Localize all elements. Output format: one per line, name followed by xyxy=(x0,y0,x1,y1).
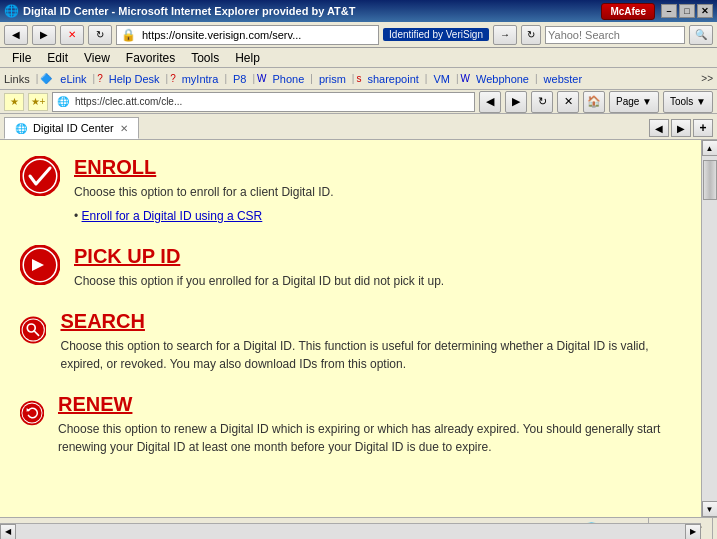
enroll-text: ENROLL Choose this option to enroll for … xyxy=(74,156,333,225)
title-bar-left: 🌐 Digital ID Center - Microsoft Internet… xyxy=(4,4,355,18)
links-overflow[interactable]: >> xyxy=(701,73,713,84)
fav-add-button[interactable]: ★+ xyxy=(28,93,48,111)
link-sharepoint[interactable]: sharepoint xyxy=(363,73,422,85)
tab-scroll-right[interactable]: ▶ xyxy=(671,119,691,137)
nav-home-btn[interactable]: 🏠 xyxy=(583,91,605,113)
address-bar: ◀ ▶ ✕ ↻ 🔒 Identified by VeriSign → ↻ 🔍 xyxy=(0,22,717,48)
menu-edit[interactable]: Edit xyxy=(39,48,76,67)
enroll-section: ENROLL Choose this option to enroll for … xyxy=(20,156,681,225)
hscroll-track[interactable] xyxy=(16,524,685,540)
tab-bar: 🌐 Digital ID Center ✕ ◀ ▶ + xyxy=(0,114,717,140)
refresh-btn2[interactable]: ↻ xyxy=(521,25,541,45)
menu-bar: File Edit View Favorites Tools Help xyxy=(0,48,717,68)
nav-stop-btn[interactable]: ✕ xyxy=(557,91,579,113)
tab-scroll-left[interactable]: ◀ xyxy=(649,119,669,137)
content-area: ENROLL Choose this option to enroll for … xyxy=(0,140,717,517)
hscroll-left-button[interactable]: ◀ xyxy=(0,524,16,540)
search-icon xyxy=(20,310,46,350)
scroll-track[interactable] xyxy=(702,156,717,501)
links-label: Links xyxy=(4,73,30,85)
link-helpdesk[interactable]: Help Desk xyxy=(105,73,164,85)
link-elink[interactable]: eLink xyxy=(56,73,90,85)
pickup-section: PICK UP ID Choose this option if you enr… xyxy=(20,245,681,290)
back-button[interactable]: ◀ xyxy=(4,25,28,45)
tab-new[interactable]: + xyxy=(693,119,713,137)
scrollbar: ▲ ▼ xyxy=(701,140,717,517)
address-field-container: 🔒 xyxy=(116,25,379,45)
link-phone[interactable]: Phone xyxy=(269,73,309,85)
scroll-down-button[interactable]: ▼ xyxy=(702,501,718,517)
renew-heading[interactable]: RENEW xyxy=(58,393,681,416)
link-webphone[interactable]: Webphone xyxy=(472,73,533,85)
pickup-heading[interactable]: PICK UP ID xyxy=(74,245,444,268)
title-bar: 🌐 Digital ID Center - Microsoft Internet… xyxy=(0,0,717,22)
pickup-text: PICK UP ID Choose this option if you enr… xyxy=(74,245,444,290)
nav-forward-btn[interactable]: ▶ xyxy=(505,91,527,113)
stop-button[interactable]: ✕ xyxy=(60,25,84,45)
status-bar: 🌐 Internet 100% ▼ ◀ ▶ xyxy=(0,517,717,539)
svg-point-10 xyxy=(22,403,41,422)
nav-refresh-btn[interactable]: ↻ xyxy=(531,91,553,113)
verisign-badge: Identified by VeriSign xyxy=(383,28,489,41)
refresh-button[interactable]: ↻ xyxy=(88,25,112,45)
renew-section: RENEW Choose this option to renew a Digi… xyxy=(20,393,681,456)
menu-view[interactable]: View xyxy=(76,48,118,67)
renew-icon xyxy=(20,393,44,433)
menu-file[interactable]: File xyxy=(4,48,39,67)
restore-button[interactable]: □ xyxy=(679,4,695,18)
fav-star-button[interactable]: ★ xyxy=(4,93,24,111)
title-bar-right-group: McAfee – □ ✕ xyxy=(601,3,713,20)
renew-description: Choose this option to renew a Digital ID… xyxy=(58,420,681,456)
horizontal-scrollbar: ◀ ▶ xyxy=(0,523,701,539)
page-icon: 🌐 xyxy=(57,96,69,107)
enroll-icon xyxy=(20,156,60,196)
tools-menu-btn[interactable]: Tools ▼ xyxy=(663,91,713,113)
forward-button[interactable]: ▶ xyxy=(32,25,56,45)
enroll-heading[interactable]: ENROLL xyxy=(74,156,333,179)
search-section: SEARCH Choose this option to search for … xyxy=(20,310,681,373)
pickup-description: Choose this option if you enrolled for a… xyxy=(74,272,444,290)
search-button[interactable]: 🔍 xyxy=(689,25,713,45)
enroll-link: Enroll for a Digital ID using a CSR xyxy=(74,207,333,225)
svg-point-6 xyxy=(23,319,44,340)
lock-icon: 🔒 xyxy=(121,28,136,42)
close-button[interactable]: ✕ xyxy=(697,4,713,18)
menu-tools[interactable]: Tools xyxy=(183,48,227,67)
link-prism[interactable]: prism xyxy=(315,73,350,85)
minimize-button[interactable]: – xyxy=(661,4,677,18)
tab-close-icon[interactable]: ✕ xyxy=(120,123,128,134)
links-bar: Links | 🔷 eLink | ? Help Desk | ? myIntr… xyxy=(0,68,717,90)
browser-window: 🌐 Digital ID Center - Microsoft Internet… xyxy=(0,0,717,539)
url-input[interactable] xyxy=(73,93,470,111)
renew-text: RENEW Choose this option to renew a Digi… xyxy=(58,393,681,456)
address-input[interactable] xyxy=(140,26,374,44)
fav-bar: ★ ★+ 🌐 ◀ ▶ ↻ ✕ 🏠 Page ▼ Tools ▼ xyxy=(0,90,717,114)
tab-digital-id-center[interactable]: 🌐 Digital ID Center ✕ xyxy=(4,117,139,139)
search-text: SEARCH Choose this option to search for … xyxy=(60,310,681,373)
enroll-description: Choose this option to enroll for a clien… xyxy=(74,183,333,201)
menu-favorites[interactable]: Favorites xyxy=(118,48,183,67)
mcafee-badge: McAfee xyxy=(601,3,655,20)
go-button[interactable]: → xyxy=(493,25,517,45)
window-title: Digital ID Center - Microsoft Internet E… xyxy=(23,5,355,17)
tab-controls: ◀ ▶ + xyxy=(649,119,713,139)
nav-back-btn[interactable]: ◀ xyxy=(479,91,501,113)
hscroll-right-button[interactable]: ▶ xyxy=(685,524,701,540)
link-webster[interactable]: webster xyxy=(540,73,587,85)
pickup-icon xyxy=(20,245,60,285)
link-myintra[interactable]: myIntra xyxy=(178,73,223,85)
search-input[interactable] xyxy=(545,26,685,44)
search-heading[interactable]: SEARCH xyxy=(60,310,681,333)
scroll-thumb[interactable] xyxy=(703,160,717,200)
window-controls: – □ ✕ xyxy=(661,4,713,18)
link-vm[interactable]: VM xyxy=(429,73,454,85)
menu-help[interactable]: Help xyxy=(227,48,268,67)
page-menu-btn[interactable]: Page ▼ xyxy=(609,91,659,113)
scroll-up-button[interactable]: ▲ xyxy=(702,140,718,156)
link-p8[interactable]: P8 xyxy=(229,73,250,85)
enroll-csr-link[interactable]: Enroll for a Digital ID using a CSR xyxy=(82,209,263,223)
main-content: ENROLL Choose this option to enroll for … xyxy=(0,140,701,517)
url-bar-container: 🌐 xyxy=(52,92,475,112)
search-description: Choose this option to search for a Digit… xyxy=(60,337,681,373)
